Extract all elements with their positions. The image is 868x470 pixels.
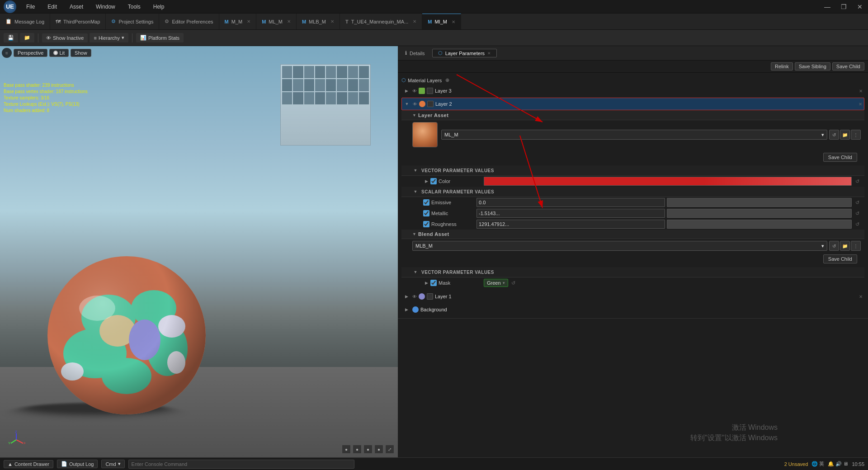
save-child-blend-button[interactable]: Save Child: [823, 254, 857, 263]
output-log-button[interactable]: 📄 Output Log: [57, 460, 98, 468]
background-expand[interactable]: ▶: [403, 306, 410, 313]
layer2-close[interactable]: ✕: [859, 102, 862, 107]
hierarchy-button[interactable]: ≡ Hierarchy ▾: [90, 33, 128, 42]
tab-t-ue4[interactable]: T T_UE4_Mannequin_MA... ✕: [340, 14, 422, 29]
tab-mm1-close[interactable]: ✕: [247, 19, 250, 24]
platform-stats-button[interactable]: 📊 Platform Stats: [136, 33, 184, 42]
tab-ml-m-2[interactable]: M ML_M ✕: [256, 14, 297, 29]
layer1-expand[interactable]: ▶: [403, 293, 410, 300]
material-layers-add-icon[interactable]: ⊕: [445, 77, 449, 83]
tab-ml-m-1[interactable]: M M_M ✕: [219, 14, 257, 29]
layer1-eye[interactable]: 👁: [412, 294, 417, 299]
vp-ctrl-3[interactable]: ●: [363, 445, 373, 454]
layer-asset-sync[interactable]: ↺: [829, 130, 839, 140]
mask-checkbox[interactable]: [430, 280, 437, 286]
vp-ctrl-4[interactable]: ●: [374, 445, 383, 454]
tab-project-settings[interactable]: ⚙ Project Settings: [106, 14, 159, 29]
vp-ctrl-1[interactable]: ●: [342, 445, 351, 454]
menu-help[interactable]: Help: [151, 3, 167, 11]
save-child-layer-asset-button[interactable]: Save Child: [823, 153, 857, 162]
tab-third-person-map[interactable]: 🗺 ThirdPersonMap: [50, 14, 106, 29]
save-sibling-button[interactable]: Save Sibling: [795, 62, 830, 70]
layer2-eye[interactable]: 👁: [413, 102, 417, 107]
layer3-close[interactable]: ✕: [859, 89, 863, 94]
lit-button[interactable]: Lit: [49, 49, 69, 57]
mask-reset[interactable]: ↺: [510, 280, 517, 286]
tab-details[interactable]: ℹ Details: [400, 49, 430, 57]
close-button[interactable]: ✕: [855, 3, 864, 10]
layer-2-item[interactable]: ▼ 👁 Layer 2 ✕: [401, 98, 864, 110]
layer3-eye[interactable]: 👁: [412, 89, 417, 94]
show-inactive-button[interactable]: 👁 Show Inactive: [42, 33, 88, 42]
tab-editor-prefs[interactable]: ⚙ Editor Preferences: [159, 14, 219, 29]
vector-params-2-header[interactable]: ▼ VECTOR PARAMETER VALUES: [401, 267, 864, 277]
show-button[interactable]: Show: [71, 49, 91, 57]
tab-mlb-m[interactable]: M MLB_M ✕: [297, 14, 340, 29]
metallic-checkbox[interactable]: [423, 210, 429, 216]
tab-mim-close[interactable]: ✕: [452, 19, 455, 24]
menu-asset[interactable]: Asset: [67, 3, 86, 11]
color-value-bar[interactable]: [484, 177, 852, 186]
mask-expand[interactable]: ▶: [423, 280, 429, 286]
layer-asset-options[interactable]: ⋮: [851, 130, 861, 140]
maximize-button[interactable]: ❐: [839, 3, 848, 10]
vp-ctrl-2[interactable]: ●: [353, 445, 362, 454]
metallic-value[interactable]: -1.5143...: [476, 209, 665, 218]
color-reset[interactable]: ↺: [854, 179, 861, 184]
tab-mi-m[interactable]: M MI_M ✕: [422, 14, 461, 29]
tab-mm2-close[interactable]: ✕: [287, 19, 291, 24]
tab-message-log[interactable]: 📋 Message Log: [0, 14, 50, 29]
content-drawer-button[interactable]: ▲ Content Drawer: [4, 460, 53, 468]
mask-value-dropdown[interactable]: Green ▾: [484, 279, 508, 287]
menu-file[interactable]: File: [24, 3, 38, 11]
minimize-button[interactable]: —: [823, 3, 832, 10]
menu-window[interactable]: Window: [93, 3, 118, 11]
color-checkbox[interactable]: [430, 178, 437, 184]
blend-asset-options[interactable]: ⋮: [851, 241, 861, 251]
emissive-value[interactable]: 0.0: [476, 198, 665, 207]
roughness-checkbox[interactable]: [423, 221, 429, 227]
tab-tue4-close[interactable]: ✕: [413, 19, 416, 24]
panel-content: ⬡ Material Layers ⊕ ▶ 👁 Layer 3 ✕ ▼ 👁: [398, 73, 868, 457]
blend-asset-sync[interactable]: ↺: [829, 241, 839, 251]
browse-button[interactable]: 📁: [20, 33, 34, 42]
layer-asset-header[interactable]: ▼ Layer Asset: [401, 111, 864, 120]
menu-edit[interactable]: Edit: [45, 3, 60, 11]
roughness-value[interactable]: 1291.47912...: [476, 220, 665, 229]
blend-asset-browse[interactable]: 📁: [840, 241, 850, 251]
roughness-reset[interactable]: ↺: [854, 221, 861, 227]
emissive-reset[interactable]: ↺: [854, 200, 861, 206]
save-all-button[interactable]: 💾: [4, 33, 18, 42]
roughness-slider[interactable]: [667, 220, 852, 229]
background-item[interactable]: ▶ Background: [401, 303, 864, 316]
layer-3-item[interactable]: ▶ 👁 Layer 3 ✕: [401, 85, 864, 97]
layer1-close[interactable]: ✕: [859, 294, 863, 299]
layer-asset-dropdown[interactable]: ML_M ▾: [441, 130, 827, 140]
vp-ctrl-maximize[interactable]: ⤢: [385, 445, 394, 454]
layer3-expand[interactable]: ▶: [403, 88, 410, 94]
layer-params-close[interactable]: ✕: [487, 51, 491, 56]
tab-mlbm-close[interactable]: ✕: [330, 19, 334, 24]
layer-1-item[interactable]: ▶ 👁 Layer 1 ✕: [401, 290, 864, 303]
save-child-header-button[interactable]: Save Child: [832, 62, 864, 70]
viewport-menu-icon[interactable]: ≡: [2, 48, 12, 58]
color-expand[interactable]: ▶: [423, 178, 429, 184]
scalar-params-header[interactable]: ▼ SCALAR PARAMETER VALUES: [401, 187, 864, 197]
tab-layer-params[interactable]: ⬡ Layer Parameters ✕: [432, 49, 497, 57]
cmd-button[interactable]: Cmd ▾: [101, 460, 124, 468]
layer2-expand[interactable]: ▼: [404, 101, 410, 107]
viewport[interactable]: ≡ Perspective Lit Show Base pass shader:…: [0, 46, 398, 457]
perspective-button[interactable]: Perspective: [14, 49, 47, 57]
emissive-checkbox[interactable]: [423, 199, 429, 206]
vector-params-1-header[interactable]: ▼ VECTOR PARAMETER VALUES: [401, 165, 864, 176]
blend-asset-header[interactable]: ▼ Blend Asset: [401, 230, 864, 239]
console-input[interactable]: [128, 460, 354, 469]
metallic-slider[interactable]: [667, 209, 852, 218]
emissive-slider[interactable]: [667, 198, 852, 207]
layer-asset-browse[interactable]: 📁: [840, 130, 850, 140]
relink-button[interactable]: Relink: [771, 62, 793, 70]
tab-mlbm-icon: M: [302, 19, 306, 24]
blend-asset-dropdown[interactable]: MLB_M ▾: [412, 241, 827, 251]
menu-tools[interactable]: Tools: [125, 3, 143, 11]
metallic-reset[interactable]: ↺: [854, 211, 861, 216]
